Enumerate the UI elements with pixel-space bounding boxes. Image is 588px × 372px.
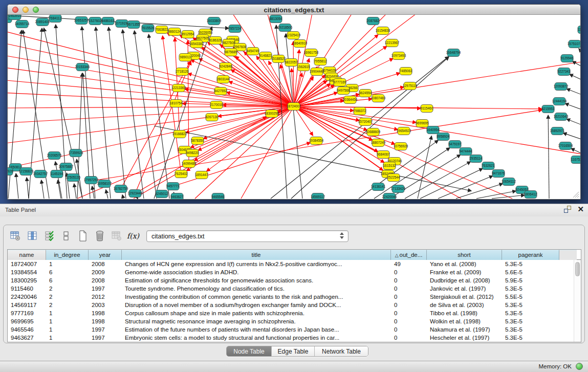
graph-node[interactable]: 7485063 (400, 68, 412, 75)
graph-node[interactable]: 2087682 (367, 17, 380, 25)
float-panel-icon[interactable] (564, 206, 571, 213)
graph-node[interactable]: 1640954 (427, 126, 440, 134)
table-row[interactable]: 2242004622012Investigating the contribut… (8, 293, 581, 301)
graph-node[interactable]: 1615132 (383, 162, 396, 170)
graph-node[interactable]: 17359928 (69, 149, 83, 157)
graph-node[interactable]: 19654923 (397, 127, 411, 135)
graph-node[interactable]: 10653257 (74, 17, 89, 25)
column-header-in_degree[interactable]: in_degree (46, 250, 89, 260)
graph-node[interactable]: 1891447 (195, 171, 208, 179)
table-row[interactable]: 1830029562008Estimation of significance … (8, 276, 581, 285)
graph-node[interactable]: 1145194 (51, 170, 63, 178)
graph-node[interactable]: 15751074 (568, 40, 580, 48)
graph-node[interactable]: 1806412 (525, 191, 537, 199)
graph-node[interactable]: 19384554 (309, 137, 324, 145)
graph-node[interactable]: 7615526 (142, 25, 155, 32)
graph-node[interactable]: 16154838 (376, 27, 390, 35)
graph-node[interactable]: 10654112 (502, 178, 516, 186)
graph-node[interactable]: 9227343 (558, 68, 571, 76)
graph-node[interactable]: 16210643 (554, 113, 569, 121)
column-header-year[interactable]: year (89, 250, 122, 260)
graph-node[interactable]: 12213967 (385, 39, 400, 47)
table-row[interactable]: 1456911722003Disruption of a novel membe… (8, 301, 581, 309)
graph-node[interactable]: 14569117 (311, 193, 325, 200)
graph-node[interactable]: 7986372 (354, 107, 366, 115)
graph-node[interactable]: 19342757 (33, 170, 48, 178)
graph-node[interactable]: 2170016 (210, 101, 223, 109)
graph-node[interactable]: 8267130 (206, 114, 219, 121)
graph-node[interactable]: 8912954 (182, 31, 194, 38)
graph-node[interactable]: 1810754 (170, 100, 183, 107)
column-header-out_de[interactable]: △out_de... (391, 250, 427, 260)
graph-node[interactable]: 7684112 (49, 15, 62, 23)
table-row[interactable]: 911546021997Tourette syndrome. Phenomeno… (8, 285, 581, 293)
select-attributes-icon[interactable] (42, 230, 56, 242)
tab-network-table[interactable]: Network Table (315, 346, 368, 356)
table-row[interactable]: 969969511998Structural magnetic resonanc… (8, 317, 581, 325)
graph-node[interactable]: 989013 (179, 54, 191, 61)
graph-node[interactable]: 15892971 (550, 127, 565, 135)
graph-node[interactable]: 7625402 (175, 170, 188, 178)
graph-node[interactable]: 7857224 (229, 25, 242, 33)
graph-node[interactable]: 9146821 (259, 52, 272, 60)
graph-node[interactable]: 2522544 (387, 174, 400, 182)
graph-node[interactable]: 16958107 (97, 180, 112, 188)
table-row[interactable]: 946362711997Embryonic stem cells: a mode… (8, 334, 581, 342)
graph-node[interactable]: 17133426 (391, 185, 406, 193)
tab-edge-table[interactable]: Edge Table (272, 346, 315, 356)
graph-node[interactable]: 18300295 (265, 110, 279, 118)
graph-node[interactable]: 16648794 (446, 49, 461, 57)
graph-node[interactable]: 20153346 (75, 63, 90, 71)
graph-node[interactable]: 3624554 (359, 90, 372, 97)
graph-node[interactable]: 10688609 (366, 128, 381, 136)
graph-node[interactable]: 19904448 (310, 68, 324, 76)
graph-node[interactable]: 18640910 (293, 40, 308, 48)
column-header-short[interactable]: short (427, 250, 502, 260)
graph-node[interactable]: 16543382 (189, 40, 204, 48)
graph-node[interactable]: 8958924 (437, 133, 450, 141)
graph-node[interactable]: 6497568 (337, 87, 350, 95)
graph-node[interactable]: 15188520 (271, 55, 286, 63)
graph-node[interactable]: 2803144 (217, 76, 230, 83)
show-columns-icon[interactable] (26, 230, 39, 242)
delete-table-icon[interactable] (93, 230, 106, 242)
graph-node[interactable]: 9498220 (186, 149, 199, 157)
graph-node[interactable]: 1167533 (571, 156, 580, 164)
graph-node[interactable]: 18807249 (371, 139, 386, 147)
graph-node[interactable]: 8486163 (102, 17, 115, 25)
table-vertical-scrollbar[interactable] (574, 260, 581, 342)
graph-node[interactable]: 12325419 (286, 32, 301, 39)
table-row[interactable]: 977716911998Corpus callosum shape and si… (8, 309, 581, 317)
graph-node[interactable]: 17957253 (84, 177, 99, 184)
table-row[interactable]: 946554611997Estimation of the future num… (8, 325, 581, 334)
import-table-icon[interactable] (110, 230, 123, 242)
graph-node[interactable]: 7955812 (314, 58, 327, 65)
graph-node[interactable]: 9875685 (225, 49, 237, 56)
graph-node[interactable]: 14099489 (182, 160, 197, 168)
graph-node[interactable]: 1562615 (297, 63, 310, 71)
graph-node[interactable]: 9129946 (561, 55, 574, 62)
graph-node[interactable]: 12444194 (552, 98, 567, 105)
tab-node-table[interactable]: Node Table (227, 346, 272, 356)
graph-node[interactable]: 3315926 (8, 168, 13, 176)
graph-node[interactable]: 14136141 (371, 183, 386, 191)
network-canvas[interactable]: 2446143146391014055714208914067684112106… (8, 15, 580, 199)
table-selector-dropdown[interactable]: citations_edges.txt (146, 230, 349, 242)
graph-node[interactable]: 7663822 (156, 26, 168, 34)
graph-node[interactable]: 9457771 (167, 183, 180, 190)
graph-node[interactable]: 5878350 (191, 137, 204, 145)
row-height-icon[interactable] (59, 230, 73, 242)
graph-node[interactable]: 9699695 (416, 120, 429, 127)
graph-node[interactable]: 8813054 (270, 15, 282, 23)
graph-node[interactable]: 8186328 (209, 37, 222, 45)
function-builder-icon[interactable]: f(x) (127, 232, 139, 240)
graph-node[interactable]: 8471676 (492, 170, 505, 178)
graph-node[interactable]: 16961758 (304, 49, 319, 57)
graph-node[interactable]: 15166822 (172, 130, 187, 138)
graph-node[interactable]: 1112846 (578, 26, 580, 34)
graph-node[interactable]: 16782759 (114, 185, 128, 193)
column-header-title[interactable]: title (122, 250, 391, 260)
graph-node[interactable]: 8454749 (247, 48, 259, 55)
graph-node[interactable]: 8215953 (542, 105, 555, 113)
graph-node[interactable]: 12975115 (403, 82, 417, 90)
